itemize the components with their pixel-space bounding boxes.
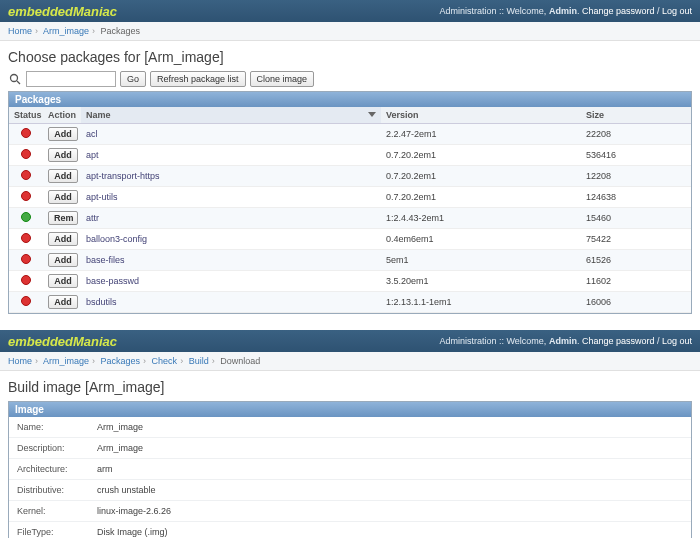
header-right: Administration :: Welcome, Admin. Change… bbox=[439, 6, 692, 16]
image-info-table: Name:Arm_image Description:Arm_image Arc… bbox=[9, 417, 691, 538]
welcome-text: Welcome, bbox=[507, 6, 547, 16]
col-name[interactable]: Name bbox=[81, 107, 381, 124]
bc-arm-image[interactable]: Arm_image bbox=[43, 26, 89, 36]
admin-label: Administration bbox=[439, 336, 496, 346]
add-button[interactable]: Add bbox=[48, 253, 78, 267]
bc-home[interactable]: Home bbox=[8, 26, 32, 36]
package-name-link[interactable]: attr bbox=[86, 213, 99, 223]
table-row: Addbase-files5em161526 bbox=[9, 250, 691, 271]
table-row: Addacl2.2.47-2em122208 bbox=[9, 124, 691, 145]
package-version: 0.7.20.2em1 bbox=[381, 145, 581, 166]
table-row: Addapt-utils0.7.20.2em1124638 bbox=[9, 187, 691, 208]
col-status[interactable]: Status bbox=[9, 107, 43, 124]
package-name-link[interactable]: apt-utils bbox=[86, 192, 118, 202]
refresh-button[interactable]: Refresh package list bbox=[150, 71, 246, 87]
admin-label: Administration bbox=[439, 6, 496, 16]
packages-panel: Packages Status Action Name Version Size… bbox=[8, 91, 692, 314]
bc-packages: Packages bbox=[101, 26, 141, 36]
add-button[interactable]: Add bbox=[48, 274, 78, 288]
dist-value: crush unstable bbox=[89, 480, 691, 501]
package-size: 11602 bbox=[581, 271, 691, 292]
status-indicator bbox=[21, 191, 31, 201]
package-version: 5em1 bbox=[381, 250, 581, 271]
status-indicator bbox=[21, 149, 31, 159]
package-size: 12208 bbox=[581, 166, 691, 187]
package-size: 22208 bbox=[581, 124, 691, 145]
desc-value: Arm_image bbox=[89, 438, 691, 459]
packages-table: Status Action Name Version Size Addacl2.… bbox=[9, 107, 691, 313]
add-button[interactable]: Add bbox=[48, 295, 78, 309]
status-indicator bbox=[21, 170, 31, 180]
bc-arm-image[interactable]: Arm_image bbox=[43, 356, 89, 366]
package-version: 0.7.20.2em1 bbox=[381, 166, 581, 187]
col-name-label: Name bbox=[86, 110, 111, 120]
brand-logo: embeddedManiac bbox=[8, 4, 117, 19]
brand-logo: embeddedManiac bbox=[8, 334, 117, 349]
logout-link[interactable]: Log out bbox=[662, 336, 692, 346]
bc-home[interactable]: Home bbox=[8, 356, 32, 366]
search-input[interactable] bbox=[26, 71, 116, 87]
kernel-label: Kernel: bbox=[9, 501, 89, 522]
logout-link[interactable]: Log out bbox=[662, 6, 692, 16]
package-name-link[interactable]: apt-transport-https bbox=[86, 171, 160, 181]
col-version[interactable]: Version bbox=[381, 107, 581, 124]
clone-image-button[interactable]: Clone image bbox=[250, 71, 315, 87]
table-row: Addbase-passwd3.5.20em111602 bbox=[9, 271, 691, 292]
package-version: 3.5.20em1 bbox=[381, 271, 581, 292]
packages-panel-header: Packages bbox=[9, 92, 691, 107]
table-row: Addballoon3-config0.4em6em175422 bbox=[9, 229, 691, 250]
change-password-link[interactable]: Change password bbox=[582, 336, 655, 346]
add-button[interactable]: Add bbox=[48, 190, 78, 204]
go-button[interactable]: Go bbox=[120, 71, 146, 87]
col-action[interactable]: Action bbox=[43, 107, 81, 124]
status-indicator bbox=[21, 128, 31, 138]
package-version: 0.4em6em1 bbox=[381, 229, 581, 250]
table-row: Addapt0.7.20.2em1536416 bbox=[9, 145, 691, 166]
add-button[interactable]: Add bbox=[48, 232, 78, 246]
current-user: Admin bbox=[549, 6, 577, 16]
rem-button[interactable]: Rem bbox=[48, 211, 78, 225]
bc-packages[interactable]: Packages bbox=[101, 356, 141, 366]
table-row: Addbsdutils1:2.13.1.1-1em116006 bbox=[9, 292, 691, 313]
status-indicator bbox=[21, 212, 31, 222]
add-button[interactable]: Add bbox=[48, 169, 78, 183]
col-size[interactable]: Size bbox=[581, 107, 691, 124]
package-name-link[interactable]: bsdutils bbox=[86, 297, 117, 307]
current-user: Admin bbox=[549, 336, 577, 346]
filetype-label: FileType: bbox=[9, 522, 89, 539]
table-row: Remattr1:2.4.43-2em115460 bbox=[9, 208, 691, 229]
filetype-value: Disk Image (.img) bbox=[89, 522, 691, 539]
sort-asc-icon bbox=[368, 110, 376, 120]
change-password-link[interactable]: Change password bbox=[582, 6, 655, 16]
breadcrumb: Home› Arm_image› Packages bbox=[0, 22, 700, 41]
package-name-link[interactable]: base-files bbox=[86, 255, 125, 265]
package-name-link[interactable]: balloon3-config bbox=[86, 234, 147, 244]
breadcrumb: Home› Arm_image› Packages› Check› Build›… bbox=[0, 352, 700, 371]
arch-value: arm bbox=[89, 459, 691, 480]
bc-build[interactable]: Build bbox=[189, 356, 209, 366]
svg-point-0 bbox=[11, 75, 18, 82]
table-row: Addapt-transport-https0.7.20.2em112208 bbox=[9, 166, 691, 187]
package-name-link[interactable]: acl bbox=[86, 129, 98, 139]
top-bar: embeddedManiac Administration :: Welcome… bbox=[0, 330, 700, 352]
package-version: 2.2.47-2em1 bbox=[381, 124, 581, 145]
header-right: Administration :: Welcome, Admin. Change… bbox=[439, 336, 692, 346]
welcome-text: Welcome, bbox=[507, 336, 547, 346]
status-indicator bbox=[21, 254, 31, 264]
package-size: 61526 bbox=[581, 250, 691, 271]
add-button[interactable]: Add bbox=[48, 148, 78, 162]
image-panel-header: Image bbox=[9, 402, 691, 417]
package-version: 0.7.20.2em1 bbox=[381, 187, 581, 208]
package-size: 124638 bbox=[581, 187, 691, 208]
package-name-link[interactable]: apt bbox=[86, 150, 99, 160]
bc-check[interactable]: Check bbox=[152, 356, 178, 366]
top-bar: embeddedManiac Administration :: Welcome… bbox=[0, 0, 700, 22]
kernel-value: linux-image-2.6.26 bbox=[89, 501, 691, 522]
page-title: Choose packages for [Arm_image] bbox=[8, 49, 692, 65]
package-size: 536416 bbox=[581, 145, 691, 166]
add-button[interactable]: Add bbox=[48, 127, 78, 141]
package-name-link[interactable]: base-passwd bbox=[86, 276, 139, 286]
search-icon bbox=[8, 72, 22, 86]
package-size: 15460 bbox=[581, 208, 691, 229]
desc-label: Description: bbox=[9, 438, 89, 459]
